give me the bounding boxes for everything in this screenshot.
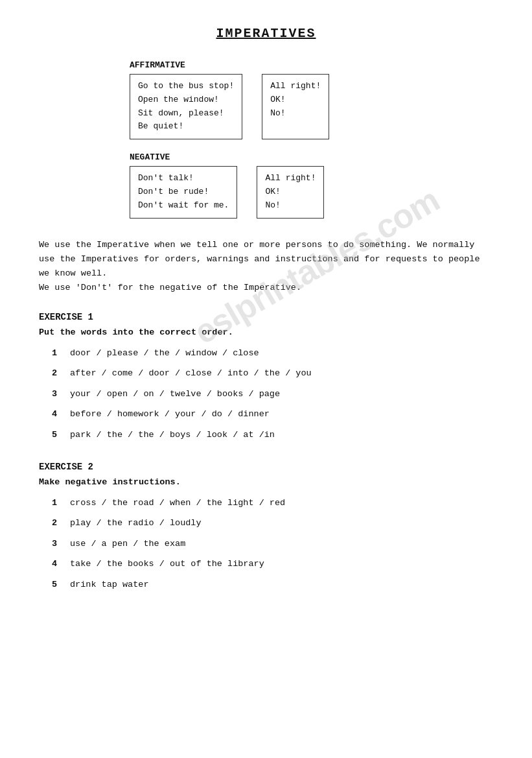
neg-box2-line1: All right! <box>265 172 316 185</box>
list-num: 1 <box>52 496 61 510</box>
page-title: IMPERATIVES <box>39 26 493 41</box>
list-num: 2 <box>52 366 61 381</box>
list-num: 3 <box>52 387 61 401</box>
neg-box1-line2: Don't be rude! <box>138 185 229 199</box>
aff-box2-line3: No! <box>270 107 321 121</box>
list-item: 3use / a pen / the exam <box>52 537 493 551</box>
aff-box1-line3: Sit down, please! <box>138 107 234 121</box>
negative-box2: All right! OK! No! <box>257 166 324 218</box>
affirmative-boxes: Go to the bus stop! Open the window! Sit… <box>130 74 493 139</box>
aff-box2-line1: All right! <box>270 80 321 93</box>
negative-boxes: Don't talk! Don't be rude! Don't wait fo… <box>130 166 493 218</box>
list-item-text: cross / the road / when / the light / re… <box>70 496 285 510</box>
negative-box1: Don't talk! Don't be rude! Don't wait fo… <box>130 166 237 218</box>
list-item: 2play / the radio / loudly <box>52 516 493 530</box>
list-item: 4before / homework / your / do / dinner <box>52 407 493 421</box>
list-item-text: play / the radio / loudly <box>70 516 202 530</box>
exercise1-block: EXERCISE 1 Put the words into the correc… <box>39 312 493 442</box>
affirmative-label: AFFIRMATIVE <box>130 60 493 70</box>
list-num: 4 <box>52 557 61 571</box>
list-item: 1cross / the road / when / the light / r… <box>52 496 493 510</box>
list-item-text: park / the / the / boys / look / at /in <box>70 428 275 442</box>
exercise2-block: EXERCISE 2 Make negative instructions. 1… <box>39 462 493 592</box>
description-p1: We use the Imperative when we tell one o… <box>39 238 493 281</box>
list-item-text: before / homework / your / do / dinner <box>70 407 270 421</box>
list-item: 1door / please / the / window / close <box>52 346 493 361</box>
list-num: 5 <box>52 578 61 592</box>
aff-box2-line2: OK! <box>270 93 321 107</box>
list-num: 1 <box>52 346 61 361</box>
list-item-text: after / come / door / close / into / the… <box>70 366 312 381</box>
negative-label: NEGATIVE <box>130 152 493 162</box>
negative-section: NEGATIVE Don't talk! Don't be rude! Don'… <box>130 152 493 218</box>
affirmative-section: AFFIRMATIVE Go to the bus stop! Open the… <box>130 60 493 139</box>
list-item: 3your / open / on / twelve / books / pag… <box>52 387 493 401</box>
neg-box2-line3: No! <box>265 199 316 213</box>
aff-box1-line1: Go to the bus stop! <box>138 80 234 93</box>
aff-box1-line4: Be quiet! <box>138 120 234 134</box>
list-item-text: take / the books / out of the library <box>70 557 264 571</box>
list-item-text: drink tap water <box>70 578 149 592</box>
exercise1-instruction: Put the words into the correct order. <box>39 327 493 337</box>
list-item: 2after / come / door / close / into / th… <box>52 366 493 381</box>
list-num: 5 <box>52 428 61 442</box>
list-num: 2 <box>52 516 61 530</box>
neg-box1-line3: Don't wait for me. <box>138 199 229 213</box>
list-item: 5park / the / the / boys / look / at /in <box>52 428 493 442</box>
affirmative-box2: All right! OK! No! <box>262 74 329 139</box>
description-p2: We use 'Don't' for the negative of the I… <box>39 281 493 295</box>
list-item-text: your / open / on / twelve / books / page <box>70 387 280 401</box>
list-num: 3 <box>52 537 61 551</box>
exercise2-list: 1cross / the road / when / the light / r… <box>39 496 493 592</box>
exercise1-title: EXERCISE 1 <box>39 312 493 322</box>
exercise2-title: EXERCISE 2 <box>39 462 493 472</box>
list-item: 5drink tap water <box>52 578 493 592</box>
neg-box2-line2: OK! <box>265 185 316 199</box>
list-item-text: use / a pen / the exam <box>70 537 185 551</box>
list-item-text: door / please / the / window / close <box>70 346 259 361</box>
affirmative-box1: Go to the bus stop! Open the window! Sit… <box>130 74 242 139</box>
description: We use the Imperative when we tell one o… <box>39 238 493 296</box>
neg-box1-line1: Don't talk! <box>138 172 229 185</box>
list-item: 4take / the books / out of the library <box>52 557 493 571</box>
list-num: 4 <box>52 407 61 421</box>
exercise1-list: 1door / please / the / window / close2af… <box>39 346 493 442</box>
aff-box1-line2: Open the window! <box>138 93 234 107</box>
exercise2-instruction: Make negative instructions. <box>39 477 493 487</box>
